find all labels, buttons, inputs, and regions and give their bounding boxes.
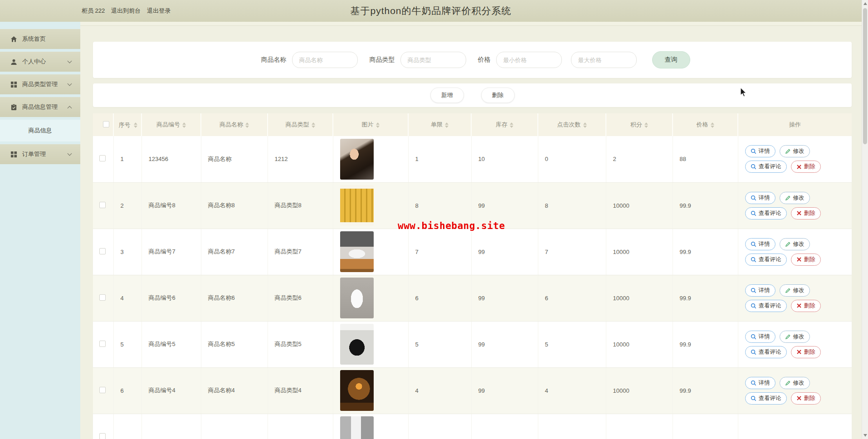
view-comments-button[interactable]: 查看评论 <box>745 300 787 312</box>
sort-icons[interactable] <box>510 122 513 128</box>
sort-icons[interactable] <box>312 122 315 128</box>
scrollbar-down-arrow-icon[interactable] <box>863 434 867 437</box>
view-comments-button[interactable]: 查看评论 <box>745 392 787 405</box>
cell-points: 10000 <box>606 321 673 367</box>
cell-type: 1212 <box>268 136 333 182</box>
chevron-down-icon <box>68 151 72 156</box>
sort-icons[interactable] <box>445 122 449 128</box>
column-header-index[interactable]: 序号 <box>113 113 141 136</box>
row-checkbox[interactable] <box>99 248 106 254</box>
detail-button[interactable]: 详情 <box>745 377 775 389</box>
column-header-points[interactable]: 积分 <box>606 113 673 136</box>
cell-price: 99.9 <box>673 367 738 414</box>
view-comments-button[interactable]: 查看评论 <box>745 207 787 220</box>
column-header-name[interactable]: 商品名称 <box>201 113 268 136</box>
edit-button[interactable]: 修改 <box>780 145 810 157</box>
cell-limit: 7 <box>408 229 471 275</box>
sidebar-item-product-info[interactable]: 商品信息管理 <box>0 97 80 117</box>
add-button[interactable]: 新增 <box>430 88 464 103</box>
cell-points: 10000 <box>606 229 673 275</box>
row-checkbox[interactable] <box>99 387 106 393</box>
price-min-input[interactable] <box>496 52 562 68</box>
cell-points <box>606 414 673 439</box>
delete-button[interactable]: 删除 <box>791 161 821 173</box>
scrollbar-thumb[interactable] <box>863 8 867 144</box>
product-image-desk-lamp <box>340 370 374 411</box>
detail-button[interactable]: 详情 <box>745 331 775 343</box>
cell-price: 99.9 <box>673 275 738 321</box>
sort-icons[interactable] <box>376 122 380 128</box>
detail-button[interactable]: 详情 <box>745 192 775 204</box>
edit-button[interactable]: 修改 <box>780 192 810 204</box>
edit-button[interactable]: 修改 <box>780 331 810 343</box>
cell-clicks: 6 <box>538 275 606 321</box>
column-header-type[interactable]: 商品类型 <box>268 113 333 136</box>
delete-button[interactable]: 删除 <box>791 300 821 312</box>
column-header-clicks[interactable]: 点击次数 <box>538 113 606 136</box>
product-image-white-tshirt <box>340 278 374 318</box>
column-header-code[interactable]: 商品编号 <box>141 113 201 136</box>
column-header-stock[interactable]: 库存 <box>471 113 538 136</box>
cell-name: 商品名称6 <box>201 275 268 321</box>
sidebar-subitem-product-info-active[interactable]: 商品信息 <box>0 120 80 141</box>
edit-button[interactable]: 修改 <box>780 377 810 389</box>
cell-points: 10000 <box>606 182 673 229</box>
detail-button[interactable]: 详情 <box>745 145 775 157</box>
exit-to-front-link[interactable]: 退出到前台 <box>111 7 141 15</box>
row-checkbox[interactable] <box>99 294 106 301</box>
cell-code: 商品编号7 <box>141 229 201 275</box>
detail-button[interactable]: 详情 <box>745 284 775 297</box>
delete-button[interactable]: 删除 <box>791 346 821 358</box>
edit-button[interactable]: 修改 <box>780 238 810 250</box>
vertical-scrollbar[interactable] <box>862 0 868 439</box>
price-max-input[interactable] <box>571 52 637 68</box>
name-input[interactable] <box>292 52 358 68</box>
table-row <box>93 414 852 439</box>
edit-button[interactable]: 修改 <box>780 284 810 297</box>
logout-link[interactable]: 退出登录 <box>147 7 171 15</box>
sort-icons[interactable] <box>182 122 186 128</box>
sort-icons[interactable] <box>711 122 714 128</box>
sort-icons[interactable] <box>644 122 648 128</box>
main-content: 系统首页 > 商品信息 商品名称 商品类型 价格 查询 新增 删除 <box>80 0 862 439</box>
column-header-image[interactable]: 图片 <box>333 113 408 136</box>
view-comments-button[interactable]: 查看评论 <box>745 254 787 266</box>
chevron-up-icon <box>68 106 72 111</box>
row-checkbox[interactable] <box>99 202 106 208</box>
cell-type: 商品类型6 <box>268 275 333 321</box>
sort-icons[interactable] <box>245 122 249 128</box>
cell-name: 商品名称5 <box>201 321 268 367</box>
sidebar-item-home[interactable]: 系统首页 <box>0 29 80 49</box>
cell-name: 商品名称4 <box>201 367 268 414</box>
row-checkbox[interactable] <box>99 433 106 439</box>
type-input[interactable] <box>400 52 466 68</box>
cell-type: 商品类型4 <box>268 367 333 414</box>
row-checkbox[interactable] <box>99 341 106 347</box>
table-header-row: 序号 商品编号 商品名称 商品类型 图片 单限 库存 点击次数 积分 价格 操作 <box>93 113 852 136</box>
cell-code: 商品编号5 <box>141 321 201 367</box>
scrollbar-up-arrow-icon[interactable] <box>863 2 867 5</box>
sidebar-item-orders[interactable]: 订单管理 <box>0 144 80 164</box>
cell-clicks: 5 <box>538 321 606 367</box>
delete-button[interactable]: 删除 <box>791 207 821 220</box>
row-checkbox[interactable] <box>99 155 106 161</box>
cell-name: 商品名称 <box>201 136 268 182</box>
sidebar-item-label: 商品信息管理 <box>22 103 58 111</box>
view-comments-button[interactable]: 查看评论 <box>745 161 787 173</box>
grid-icon <box>10 81 17 88</box>
table-row: 3 商品编号7 商品名称7 商品类型7 7 99 7 10000 99.9 <box>93 229 852 275</box>
column-header-price[interactable]: 价格 <box>673 113 738 136</box>
query-button[interactable]: 查询 <box>652 51 690 68</box>
sidebar-item-profile[interactable]: 个人中心 <box>0 52 80 72</box>
column-header-limit[interactable]: 单限 <box>408 113 471 136</box>
delete-button[interactable]: 删除 <box>791 254 821 266</box>
sort-icons[interactable] <box>583 122 587 128</box>
sort-icons[interactable] <box>134 122 137 128</box>
delete-button[interactable]: 删除 <box>791 392 821 405</box>
view-comments-button[interactable]: 查看评论 <box>745 346 787 358</box>
detail-button[interactable]: 详情 <box>745 238 775 250</box>
select-all-checkbox[interactable] <box>103 121 109 127</box>
sidebar-item-product-type[interactable]: 商品类型管理 <box>0 74 80 94</box>
delete-selected-button[interactable]: 删除 <box>481 88 515 103</box>
cell-price: 99.9 <box>673 182 738 229</box>
